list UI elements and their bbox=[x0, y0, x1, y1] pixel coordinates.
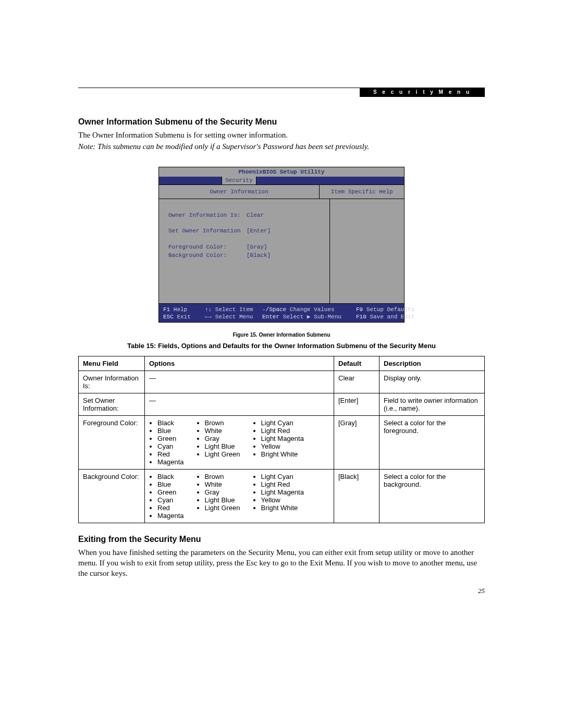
option-item: Light Magenta bbox=[261, 435, 304, 442]
cell-default: Clear bbox=[334, 371, 380, 393]
bios-column-header-left: Owner Information bbox=[159, 185, 320, 199]
option-item: Bright White bbox=[261, 504, 304, 512]
intro-paragraph-1: The Owner Information Submenu is for set… bbox=[78, 130, 485, 140]
cell-description: Select a color for the foreground. bbox=[380, 415, 485, 469]
option-item: Light Green bbox=[205, 504, 240, 512]
table-row: Set Owner Information:—[Enter]Field to w… bbox=[79, 393, 485, 415]
header-tab-security-menu: S e c u r i t y M e n u bbox=[360, 88, 485, 97]
bios-label: Foreground Color: bbox=[168, 243, 247, 251]
bios-key-desc: Setup Defaults bbox=[366, 306, 414, 313]
figure-caption: Figure 15. Owner Information Submenu bbox=[78, 332, 485, 338]
bios-key: F9 bbox=[356, 306, 363, 313]
option-item: Green bbox=[157, 435, 184, 442]
fields-table: Menu Field Options Default Description O… bbox=[78, 356, 485, 523]
option-item: Blue bbox=[157, 427, 184, 435]
option-item: White bbox=[205, 480, 240, 488]
cell-description: Display only. bbox=[380, 371, 485, 393]
bios-label: Owner Information Is: bbox=[168, 212, 247, 219]
bios-key: -/Space bbox=[262, 306, 286, 313]
option-item: Gray bbox=[205, 488, 240, 496]
bios-panel: PhoenixBIOS Setup Utility Security Owner… bbox=[158, 167, 405, 323]
option-item: Light Cyan bbox=[261, 419, 304, 427]
bios-key-desc: Select ▶ Sub-Menu bbox=[283, 314, 341, 320]
cell-menu-field: Owner Information Is: bbox=[79, 371, 145, 393]
cell-menu-field: Foreground Color: bbox=[79, 415, 145, 469]
option-item: Gray bbox=[205, 435, 240, 442]
bios-label: Background Color: bbox=[168, 252, 247, 259]
cell-menu-field: Background Color: bbox=[79, 469, 145, 523]
table-row: Owner Information Is:—ClearDisplay only. bbox=[79, 371, 485, 393]
option-item: Red bbox=[157, 450, 184, 458]
intro-paragraph-note: Note: This submenu can be modified only … bbox=[78, 141, 485, 152]
bios-settings-pane: Owner Information Is: Clear Set Owner In… bbox=[159, 199, 330, 303]
option-item: Light Magenta bbox=[261, 488, 304, 496]
option-item: Blue bbox=[157, 480, 184, 488]
cell-menu-field: Set Owner Information: bbox=[79, 393, 145, 415]
bios-key: ESC bbox=[163, 314, 174, 320]
bios-column-header-right: Item Specific Help bbox=[320, 185, 404, 199]
cell-description: Select a color for the background. bbox=[380, 469, 485, 523]
table-row: Foreground Color:BlackBlueGreenCyanRedMa… bbox=[79, 415, 485, 469]
bios-key-desc: Select Menu bbox=[215, 314, 253, 320]
bios-value: Clear bbox=[247, 212, 264, 219]
bios-key-desc: Select Item bbox=[215, 306, 253, 313]
option-item: Magenta bbox=[157, 512, 184, 520]
cell-options: — bbox=[145, 371, 334, 393]
cell-default: [Gray] bbox=[334, 415, 380, 469]
heading-owner-info-submenu: Owner Information Submenu of the Securit… bbox=[78, 117, 485, 127]
option-item: Brown bbox=[205, 419, 240, 427]
cell-options: BlackBlueGreenCyanRedMagentaBrownWhiteGr… bbox=[145, 469, 334, 523]
table-row: Background Color:BlackBlueGreenCyanRedMa… bbox=[79, 469, 485, 523]
bios-key-desc: Change Values bbox=[290, 306, 335, 313]
table-title: Table 15: Fields, Options and Defaults f… bbox=[78, 342, 485, 350]
th-menu-field: Menu Field bbox=[79, 356, 145, 371]
option-item: Light Green bbox=[205, 450, 240, 458]
cell-default: [Enter] bbox=[334, 393, 380, 415]
th-options: Options bbox=[145, 356, 334, 371]
exiting-paragraph: When you have finished setting the param… bbox=[78, 547, 485, 579]
table-header-row: Menu Field Options Default Description bbox=[79, 356, 485, 371]
cell-default: [Black] bbox=[334, 469, 380, 523]
bios-title: PhoenixBIOS Setup Utility bbox=[159, 167, 404, 177]
option-item: Light Red bbox=[261, 480, 304, 488]
bios-key: ↑↓ bbox=[205, 306, 212, 313]
option-item: White bbox=[205, 427, 240, 435]
option-item: Black bbox=[157, 473, 184, 480]
bios-key: F10 bbox=[356, 314, 366, 320]
cell-options: — bbox=[145, 393, 334, 415]
bios-key-desc: Help bbox=[174, 306, 187, 313]
option-item: Cyan bbox=[157, 496, 184, 504]
bios-row-foreground-color[interactable]: Foreground Color: [Gray] bbox=[168, 243, 320, 251]
bios-row-background-color[interactable]: Background Color: [Black] bbox=[168, 252, 320, 259]
cell-options: BlackBlueGreenCyanRedMagentaBrownWhiteGr… bbox=[145, 415, 334, 469]
option-item: Red bbox=[157, 504, 184, 512]
bios-help-pane bbox=[330, 199, 404, 303]
option-item: Light Blue bbox=[205, 442, 240, 450]
option-item: Bright White bbox=[261, 450, 304, 458]
bios-value: [Black] bbox=[247, 252, 271, 259]
bios-key: F1 bbox=[163, 306, 170, 313]
bios-value: [Enter] bbox=[247, 227, 271, 235]
option-item: Light Cyan bbox=[261, 473, 304, 480]
bios-key-desc: Exit bbox=[177, 314, 190, 320]
option-item: Brown bbox=[205, 473, 240, 480]
bios-label: Set Owner Information bbox=[168, 227, 247, 235]
th-default: Default bbox=[334, 356, 380, 371]
option-item: Magenta bbox=[157, 458, 184, 466]
bios-keybar: F1 Help ↑↓ Select Item -/Space Change Va… bbox=[159, 304, 404, 322]
bios-tab-security[interactable]: Security bbox=[222, 177, 256, 184]
option-item: Yellow bbox=[261, 496, 304, 504]
cell-description: Field to write owner information (i.e., … bbox=[380, 393, 485, 415]
bios-menubar: Security bbox=[159, 177, 404, 184]
bios-row-set-owner-info[interactable]: Set Owner Information [Enter] bbox=[168, 227, 320, 235]
option-item: Black bbox=[157, 419, 184, 427]
bios-key: Enter bbox=[262, 314, 279, 320]
bios-key-desc: Save and Exit bbox=[370, 314, 414, 320]
th-description: Description bbox=[380, 356, 485, 371]
heading-exiting-security-menu: Exiting from the Security Menu bbox=[78, 535, 485, 544]
bios-value: [Gray] bbox=[247, 243, 267, 251]
page-number: 25 bbox=[478, 587, 485, 595]
option-item: Light Blue bbox=[205, 496, 240, 504]
option-item: Green bbox=[157, 488, 184, 496]
option-item: Cyan bbox=[157, 442, 184, 450]
